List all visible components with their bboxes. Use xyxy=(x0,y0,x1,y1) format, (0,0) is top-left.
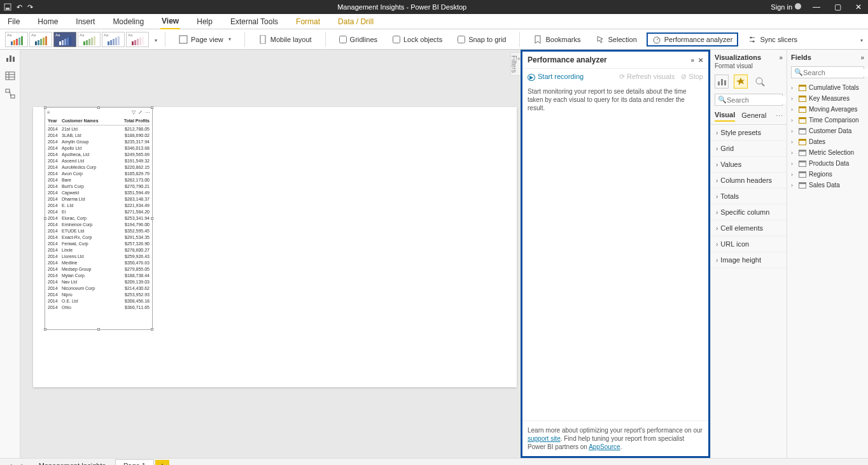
field-table-item[interactable]: Cumulative Totals xyxy=(787,82,868,93)
table-row[interactable]: 2014AuroMedics Corp$220,862.15 xyxy=(48,164,150,171)
table-row[interactable]: 2014Apollo Ltd$346,013.68 xyxy=(48,145,150,152)
vis-tab-visual[interactable]: Visual xyxy=(715,111,735,122)
page-next-icon[interactable]: ► xyxy=(17,461,29,466)
sync-slicers-button[interactable]: Sync slicers xyxy=(742,32,803,46)
tab-insert[interactable]: Insert xyxy=(74,15,96,29)
theme-swatch-0[interactable]: Aa xyxy=(5,32,28,47)
page-view-button[interactable]: Page view xyxy=(173,32,237,46)
field-table-item[interactable]: Metric Selection xyxy=(787,147,868,158)
table-row[interactable]: 2014Ascend Ltd$191,549.32 xyxy=(48,158,150,164)
table-row[interactable]: 2014Medline$350,476.63 xyxy=(48,260,150,266)
table-row[interactable]: 2014E. Ltd$221,934.49 xyxy=(48,203,150,209)
table-row[interactable]: 2014Linde$278,600.27 xyxy=(48,247,150,254)
save-icon[interactable] xyxy=(4,3,11,11)
field-table-item[interactable]: Dates xyxy=(787,136,868,147)
vis-tab-general[interactable]: General xyxy=(741,111,766,121)
field-table-item[interactable]: Sales Data xyxy=(787,180,868,190)
restore-button[interactable]: ▢ xyxy=(832,3,844,11)
tab-format[interactable]: Format xyxy=(295,15,321,29)
minimize-button[interactable]: — xyxy=(810,3,823,11)
table-row[interactable]: 2014Exact-Rx, Corp$291,534.35 xyxy=(48,234,150,241)
visual-filter-icon[interactable]: ▽ xyxy=(132,110,136,115)
table-row[interactable]: 2014Amylin Group$235,317.94 xyxy=(48,139,150,145)
filters-pane-collapsed[interactable]: Filters xyxy=(510,52,521,76)
format-section[interactable]: Specific column xyxy=(711,204,787,220)
theme-swatch-2[interactable]: Aa xyxy=(53,32,76,47)
format-section[interactable]: URL icon xyxy=(711,236,787,252)
mobile-layout-button[interactable]: Mobile layout xyxy=(253,32,318,46)
tab-modeling[interactable]: Modeling xyxy=(111,15,145,29)
tab-help[interactable]: Help xyxy=(195,15,214,29)
undo-icon[interactable]: ↶ xyxy=(17,3,22,11)
table-row[interactable]: 2014Eminence Corp$194,796.00 xyxy=(48,222,150,228)
build-visual-icon[interactable] xyxy=(715,75,729,89)
support-site-link[interactable]: support site xyxy=(528,435,561,442)
perf-pane-expand-icon[interactable]: » xyxy=(690,57,694,64)
signin-button[interactable]: Sign in xyxy=(771,3,801,11)
table-row[interactable]: 2014Ei$271,584.20 xyxy=(48,209,150,215)
fields-pane-expand-icon[interactable]: » xyxy=(860,54,864,61)
themes-dropdown[interactable] xyxy=(153,36,157,43)
add-page-button[interactable]: + xyxy=(155,460,169,466)
field-table-item[interactable]: Key Measures xyxy=(787,93,868,104)
table-row[interactable]: 2014Apotheca, Ltd$249,565.69 xyxy=(48,152,150,158)
snap-checkbox[interactable] xyxy=(458,36,465,43)
ribbon-collapse-icon[interactable] xyxy=(858,36,863,43)
tab-home[interactable]: Home xyxy=(36,15,59,29)
theme-swatch-1[interactable]: Aa xyxy=(29,32,52,47)
table-row[interactable]: 2014Dharma Ltd$283,148.37 xyxy=(48,196,150,203)
format-section[interactable]: Grid xyxy=(711,141,787,157)
vis-pane-expand-icon[interactable]: » xyxy=(779,54,783,61)
field-table-item[interactable]: Products Data xyxy=(787,158,868,169)
report-view-icon[interactable] xyxy=(4,52,16,64)
model-view-icon[interactable] xyxy=(4,88,16,99)
table-row[interactable]: 2014Bare$282,173.00 xyxy=(48,177,150,183)
format-section[interactable]: Image height xyxy=(711,252,787,268)
analytics-icon[interactable] xyxy=(753,75,767,89)
lock-objects-checkbox[interactable] xyxy=(393,36,400,43)
page-prev-icon[interactable]: ◄ xyxy=(4,461,16,466)
gridlines-toggle[interactable]: Gridlines xyxy=(333,33,383,46)
table-row[interactable]: 2014Niconovum Corp$214,430.62 xyxy=(48,285,150,292)
visual-focus-icon[interactable]: ⤢ xyxy=(138,110,143,115)
tab-external-tools[interactable]: External Tools xyxy=(229,15,279,29)
table-row[interactable]: 2014Nipro$253,952.93 xyxy=(48,292,150,298)
theme-swatch-5[interactable]: Aa xyxy=(126,32,149,47)
format-section[interactable]: Column headers xyxy=(711,173,787,189)
table-row[interactable]: 2014Capweld$351,594.49 xyxy=(48,190,150,196)
format-section[interactable]: Cell elements xyxy=(711,220,787,236)
table-row[interactable]: 20143LAB, Ltd$188,690.02 xyxy=(48,132,150,139)
table-row[interactable]: 2014ETUDE Ltd$352,595.45 xyxy=(48,228,150,234)
snap-to-grid-toggle[interactable]: Snap to grid xyxy=(452,33,512,46)
table-visual[interactable]: ≡ ▽ ⤢ ⋯ YearCustomer NamesTotal Profits2… xyxy=(45,107,153,330)
report-canvas[interactable]: Filters ≡ ▽ ⤢ ⋯ YearCustomer NamesTotal … xyxy=(20,50,521,458)
format-section[interactable]: Style presets xyxy=(711,125,787,141)
field-table-item[interactable]: Moving Averages xyxy=(787,104,868,115)
format-section[interactable]: Values xyxy=(711,157,787,173)
start-recording-button[interactable]: Start recording xyxy=(528,73,584,81)
performance-analyzer-button[interactable]: Performance analyzer xyxy=(647,32,739,46)
table-row[interactable]: 2014Nav Ltd$209,139.03 xyxy=(48,279,150,285)
selection-button[interactable]: Selection xyxy=(591,32,643,46)
tab-file[interactable]: File xyxy=(6,15,21,29)
lock-objects-toggle[interactable]: Lock objects xyxy=(387,33,448,46)
table-row[interactable]: 2014Llorens Ltd$259,926.43 xyxy=(48,254,150,260)
page-tab-2[interactable]: Page 1 xyxy=(115,459,154,466)
visual-drag-icon[interactable]: ≡ xyxy=(47,110,50,115)
format-section[interactable]: Totals xyxy=(711,189,787,204)
field-table-item[interactable]: Time Comparison xyxy=(787,115,868,125)
format-visual-icon[interactable] xyxy=(734,75,748,89)
table-row[interactable]: 2014Fenwal, Corp$257,326.90 xyxy=(48,241,150,247)
table-row[interactable]: 2014Mylan Corp$188,738.44 xyxy=(48,273,150,279)
canvas-page[interactable]: ≡ ▽ ⤢ ⋯ YearCustomer NamesTotal Profits2… xyxy=(33,107,517,387)
table-row[interactable]: 2014Avon Corp$185,829.79 xyxy=(48,171,150,177)
tab-data-drill[interactable]: Data / Drill xyxy=(337,15,375,29)
close-button[interactable]: ✕ xyxy=(853,3,864,11)
appsource-link[interactable]: AppSource xyxy=(589,443,620,450)
table-row[interactable]: 2014O.E. Ltd$308,456.18 xyxy=(48,298,150,304)
bookmarks-button[interactable]: Bookmarks xyxy=(528,32,586,46)
table-row[interactable]: 2014Burt's Corp$270,790.21 xyxy=(48,183,150,190)
theme-swatch-3[interactable]: Aa xyxy=(78,32,101,47)
table-row[interactable]: 201421st Ltd$212,788.05 xyxy=(48,126,150,132)
theme-swatch-4[interactable]: Aa xyxy=(102,32,125,47)
